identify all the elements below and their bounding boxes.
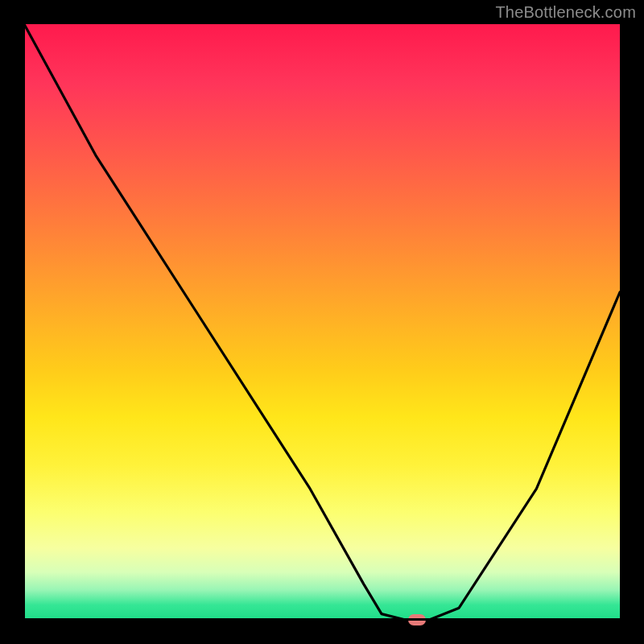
x-axis — [24, 618, 620, 621]
chart-container: TheBottleneck.com — [0, 0, 644, 644]
bottleneck-curve — [24, 24, 620, 620]
y-axis — [23, 24, 25, 620]
watermark-text: TheBottleneck.com — [495, 3, 636, 22]
